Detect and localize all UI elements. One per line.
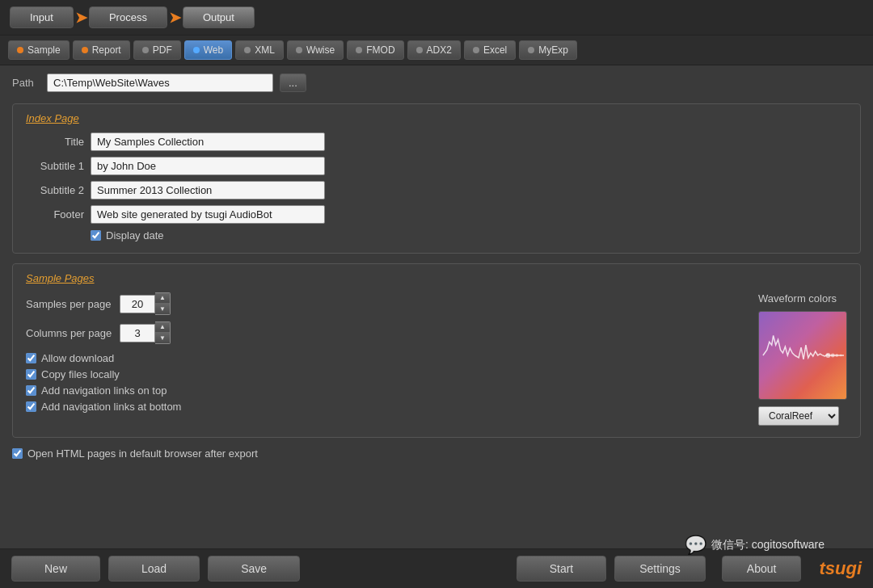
waveform-color-select[interactable]: CoralReef Ocean Forest Sunset — [758, 406, 839, 426]
load-button[interactable]: Load — [108, 556, 200, 582]
title-row: Title — [26, 132, 847, 151]
tab-bar: Sample Report PDF Web XML Wwise FMOD ADX… — [0, 36, 873, 65]
tab-web-label: Web — [204, 44, 223, 56]
tab-pdf-dot — [142, 47, 149, 53]
new-button[interactable]: New — [11, 556, 100, 582]
nav-links-bottom-label: Add navigation links at bottom — [41, 401, 181, 413]
nav-links-top-label: Add navigation links on top — [41, 384, 167, 397]
copy-files-checkbox[interactable] — [26, 369, 36, 380]
settings-button[interactable]: Settings — [614, 556, 706, 582]
sample-pages-title[interactable]: Sample Pages — [26, 272, 847, 284]
footer-input[interactable] — [91, 205, 325, 224]
samples-per-page-label: Samples per page — [26, 298, 115, 310]
sample-pages-panel: Sample Pages Samples per page ▲ ▼ — [12, 263, 861, 438]
nav-links-bottom-row: Add navigation links at bottom — [26, 401, 734, 413]
samples-per-page-row: Samples per page ▲ ▼ — [26, 292, 734, 315]
pipeline-bar: Input ➤ Process ➤ Output — [0, 0, 873, 36]
tab-wwise-label: Wwise — [306, 44, 335, 56]
nav-links-bottom-checkbox[interactable] — [26, 401, 36, 412]
open-html-checkbox[interactable] — [12, 448, 23, 459]
tab-myexp[interactable]: MyExp — [519, 40, 577, 60]
sample-checkboxes: Allow download Copy files locally Add na… — [26, 352, 734, 413]
bottom-bar: New Load Save Start Settings About tsugi — [0, 548, 873, 588]
nav-links-top-checkbox[interactable] — [26, 385, 36, 396]
waveform-preview[interactable] — [758, 311, 847, 400]
subtitle1-row: Subtitle 1 — [26, 157, 847, 175]
footer-label: Footer — [26, 208, 84, 220]
tab-adx2-label: ADX2 — [427, 44, 452, 56]
pipeline-input[interactable]: Input — [10, 6, 74, 28]
tab-fmod[interactable]: FMOD — [347, 40, 403, 60]
samples-increment-button[interactable]: ▲ — [155, 293, 170, 304]
columns-per-page-input[interactable] — [120, 324, 155, 342]
main-content: Path ... Index Page Title Subtitle 1 Sub… — [0, 65, 873, 548]
browse-button[interactable]: ... — [280, 74, 306, 92]
columns-per-page-row: Columns per page ▲ ▼ — [26, 321, 734, 344]
samples-per-page-spinner: ▲ ▼ — [120, 292, 171, 315]
tsugi-logo: tsugi — [819, 558, 862, 579]
display-date-label: Display date — [106, 229, 164, 242]
columns-per-page-spinner: ▲ ▼ — [120, 321, 171, 344]
svg-point-2 — [831, 354, 835, 358]
title-input[interactable] — [91, 132, 325, 151]
tab-xml-label: XML — [255, 44, 275, 56]
tab-xml-dot — [244, 47, 251, 53]
subtitle1-input[interactable] — [91, 157, 325, 175]
subtitle2-row: Subtitle 2 — [26, 181, 847, 200]
tab-report[interactable]: Report — [73, 40, 130, 60]
path-label: Path — [12, 77, 40, 89]
tab-sample[interactable]: Sample — [8, 40, 70, 60]
tab-wwise-dot — [296, 47, 302, 53]
index-page-title[interactable]: Index Page — [26, 112, 847, 124]
tab-xml[interactable]: XML — [235, 40, 284, 60]
waveform-label: Waveform colors — [758, 292, 837, 304]
path-input[interactable] — [47, 74, 273, 92]
tab-excel[interactable]: Excel — [464, 40, 516, 60]
columns-per-page-label: Columns per page — [26, 327, 115, 339]
tab-myexp-label: MyExp — [538, 44, 568, 56]
display-date-checkbox[interactable] — [91, 230, 101, 241]
pipeline-output[interactable]: Output — [183, 6, 255, 28]
columns-decrement-button[interactable]: ▼ — [155, 333, 170, 343]
title-label: Title — [26, 136, 84, 148]
display-date-row: Display date — [91, 229, 847, 242]
tab-fmod-label: FMOD — [366, 44, 394, 56]
allow-download-label: Allow download — [41, 352, 114, 364]
pipeline-process[interactable]: Process — [89, 6, 167, 28]
subtitle1-label: Subtitle 1 — [26, 160, 84, 172]
pipeline-arrow-1: ➤ — [75, 9, 87, 27]
tab-report-dot — [82, 47, 88, 53]
samples-per-page-input[interactable] — [120, 295, 155, 313]
color-dropdown-row: CoralReef Ocean Forest Sunset — [758, 406, 839, 426]
tab-web[interactable]: Web — [184, 40, 232, 60]
tab-pdf-label: PDF — [153, 44, 172, 56]
svg-point-3 — [835, 354, 838, 357]
columns-increment-button[interactable]: ▲ — [155, 322, 170, 333]
tab-adx2[interactable]: ADX2 — [407, 40, 461, 60]
tab-fmod-dot — [356, 47, 362, 53]
tab-pdf[interactable]: PDF — [133, 40, 181, 60]
pipeline-arrow-2: ➤ — [169, 9, 181, 27]
save-button[interactable]: Save — [208, 556, 300, 582]
subtitle2-input[interactable] — [91, 181, 325, 200]
waveform-svg — [759, 312, 846, 399]
tab-sample-dot — [17, 47, 23, 53]
tab-excel-dot — [473, 47, 479, 53]
samples-decrement-button[interactable]: ▼ — [155, 304, 170, 314]
svg-point-4 — [840, 355, 842, 357]
open-html-row: Open HTML pages in default browser after… — [12, 447, 861, 460]
path-row: Path ... — [12, 74, 861, 92]
svg-point-1 — [825, 353, 830, 358]
subtitle2-label: Subtitle 2 — [26, 184, 84, 196]
about-button[interactable]: About — [722, 556, 802, 582]
copy-files-row: Copy files locally — [26, 368, 734, 380]
start-button[interactable]: Start — [517, 556, 607, 582]
nav-links-top-row: Add navigation links on top — [26, 384, 734, 397]
footer-row: Footer — [26, 205, 847, 224]
tab-report-label: Report — [92, 44, 121, 56]
tab-adx2-dot — [416, 47, 423, 53]
tab-wwise[interactable]: Wwise — [287, 40, 344, 60]
allow-download-checkbox[interactable] — [26, 353, 36, 363]
samples-spinner-buttons: ▲ ▼ — [155, 292, 171, 315]
copy-files-label: Copy files locally — [41, 368, 120, 380]
